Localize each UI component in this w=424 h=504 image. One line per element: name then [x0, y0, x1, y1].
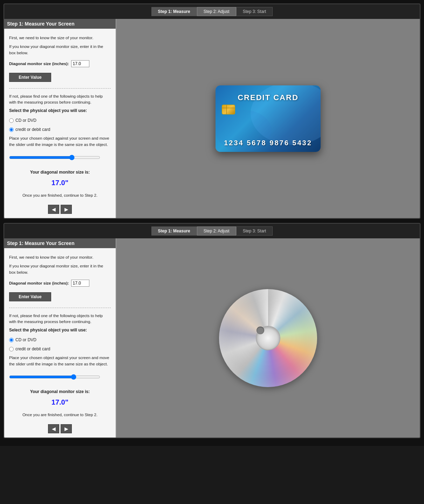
sidebar-bottom-title: Step 1: Measure Your Screen: [4, 238, 116, 248]
monitor-size-row-top: Diagonal monitor size (inches):: [9, 60, 111, 67]
cd-hole: [257, 327, 264, 334]
panel-top-body: Step 1: Measure Your Screen First, we ne…: [4, 19, 420, 218]
radio-cd-input-top[interactable]: [9, 118, 14, 123]
radio-cd-input-bottom[interactable]: [9, 338, 14, 342]
notice-top: If not, please find one of the following…: [9, 93, 111, 106]
intro-2-bottom: If you know your diagonal monitor size, …: [9, 263, 111, 275]
intro-1-top: First, we need to know the size of your …: [9, 35, 111, 41]
slider-container-bottom: [9, 374, 111, 381]
divider-bottom: [9, 308, 111, 308]
prev-btn-top[interactable]: ◀: [48, 205, 59, 214]
next-btn-top[interactable]: ▶: [61, 205, 72, 214]
step-1-measure-tab[interactable]: Step 1: Measure: [151, 7, 197, 16]
enter-value-btn-top[interactable]: Enter Value: [9, 73, 51, 82]
nav-buttons-bottom: ◀ ▶: [9, 424, 111, 433]
result-label-top: Your diagonal monitor size is:: [9, 170, 111, 175]
card-number: 1234 5678 9876 5432: [222, 125, 314, 147]
radio-cd-label-bottom: CD or DVD: [15, 337, 36, 342]
sidebar-top-title: Step 1: Measure Your Screen: [4, 19, 116, 29]
step-3-start-tab[interactable]: Step 3: Start: [236, 7, 273, 16]
step-2-adjust-tab[interactable]: Step 2: Adjust: [197, 7, 236, 16]
size-slider-top[interactable]: [9, 155, 100, 160]
result-value-bottom: 17.0": [9, 398, 111, 406]
field-label-bottom: Diagonal monitor size (inches):: [9, 281, 69, 285]
prev-btn-bottom[interactable]: ◀: [48, 424, 59, 433]
display-area-bottom: [116, 238, 420, 438]
radio-card-input-top[interactable]: [9, 127, 14, 132]
step-2-adjust-tab-b[interactable]: Step 2: Adjust: [197, 226, 236, 236]
card-chip-icon: [222, 105, 235, 114]
select-label-top: Select the physical object you will use:: [9, 108, 111, 113]
continue-text-bottom: Once you are finished, continue to Step …: [9, 412, 111, 418]
monitor-size-row-bottom: Diagonal monitor size (inches):: [9, 280, 111, 287]
next-btn-bottom[interactable]: ▶: [61, 424, 72, 433]
display-area-top: CREDIT CARD 1234 5678 9876 5432: [116, 19, 420, 218]
card-title: CREDIT CARD: [222, 93, 314, 102]
radio-card-label-top: credit or debit card: [15, 127, 50, 132]
cd-center: [256, 326, 280, 350]
result-value-top: 17.0": [9, 179, 111, 187]
step-1-measure-tab-b[interactable]: Step 1: Measure: [151, 226, 197, 236]
panel-bottom-body: Step 1: Measure Your Screen First, we ne…: [4, 238, 420, 438]
sidebar-top: Step 1: Measure Your Screen First, we ne…: [4, 19, 116, 218]
radio-card-input-bottom[interactable]: [9, 347, 14, 351]
divider-top: [9, 88, 111, 89]
monitor-size-input-top[interactable]: [71, 60, 89, 67]
radio-cd-label-top: CD or DVD: [15, 118, 36, 123]
continue-text-top: Once you are finished, continue to Step …: [9, 192, 111, 198]
size-slider-bottom[interactable]: [9, 374, 100, 380]
instruction-top: Place your chosen object against your sc…: [9, 135, 111, 148]
slider-container-top: [9, 155, 111, 161]
radio-card-bottom[interactable]: credit or debit card: [9, 346, 111, 351]
sidebar-bottom: Step 1: Measure Your Screen First, we ne…: [4, 238, 116, 438]
radio-cd-bottom[interactable]: CD or DVD: [9, 337, 111, 342]
intro-1-bottom: First, we need to know the size of your …: [9, 254, 111, 260]
step-3-start-tab-b[interactable]: Step 3: Start: [236, 226, 273, 236]
panel-top: Step 1: Measure Step 2: Adjust Step 3: S…: [4, 4, 420, 219]
instruction-bottom: Place your chosen object against your sc…: [9, 355, 111, 367]
credit-card: CREDIT CARD 1234 5678 9876 5432: [216, 85, 321, 152]
monitor-size-input-bottom[interactable]: [71, 280, 89, 287]
radio-cd-top[interactable]: CD or DVD: [9, 118, 111, 123]
cd-disc: [219, 289, 317, 387]
panel-bottom: Step 1: Measure Step 2: Adjust Step 3: S…: [4, 223, 420, 438]
app-wrapper: Step 1: Measure Step 2: Adjust Step 3: S…: [0, 0, 424, 446]
result-label-bottom: Your diagonal monitor size is:: [9, 389, 111, 394]
intro-2-top: If you know your diagonal monitor size, …: [9, 44, 111, 56]
step-nav-top: Step 1: Measure Step 2: Adjust Step 3: S…: [4, 4, 420, 19]
notice-bottom: If not, please find one of the following…: [9, 313, 111, 325]
select-label-bottom: Select the physical object you will use:: [9, 328, 111, 332]
step-nav-bottom: Step 1: Measure Step 2: Adjust Step 3: S…: [4, 224, 420, 238]
nav-buttons-top: ◀ ▶: [9, 205, 111, 214]
radio-card-top[interactable]: credit or debit card: [9, 127, 111, 132]
radio-card-label-bottom: credit or debit card: [15, 346, 50, 351]
field-label-top: Diagonal monitor size (inches):: [9, 62, 69, 66]
enter-value-btn-bottom[interactable]: Enter Value: [9, 292, 51, 301]
